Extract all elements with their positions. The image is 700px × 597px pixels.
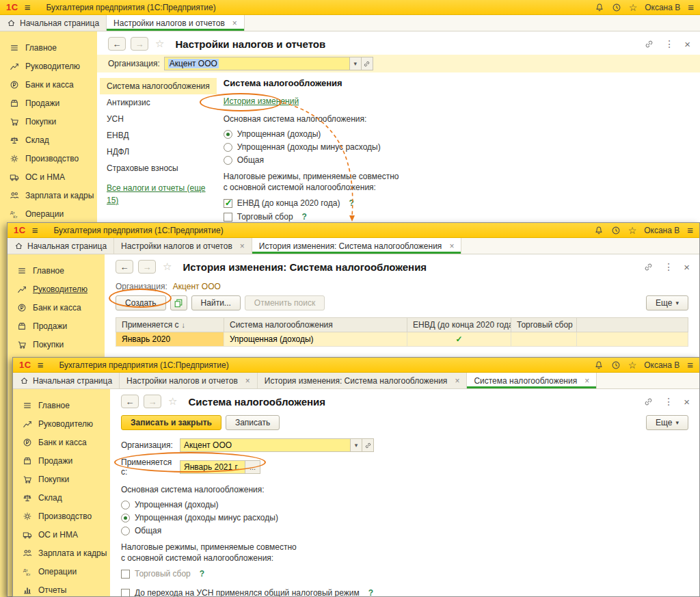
- get-link-icon[interactable]: [643, 397, 654, 407]
- tab-close-icon[interactable]: ×: [232, 18, 237, 28]
- tab-home[interactable]: Начальная страница: [0, 15, 107, 31]
- all-taxes-link[interactable]: Все налоги и отчеты (еще 15): [107, 183, 206, 205]
- main-menu-icon[interactable]: ≡: [38, 360, 44, 370]
- checkbox-general-before-usn[interactable]: [121, 589, 130, 597]
- more-button[interactable]: Еще▾: [646, 295, 688, 310]
- help-icon[interactable]: ?: [200, 569, 204, 579]
- favorite-star-icon[interactable]: ☆: [155, 38, 164, 50]
- favorite-star-icon[interactable]: ☆: [168, 395, 177, 408]
- get-link-icon[interactable]: [644, 39, 654, 49]
- more-actions-icon[interactable]: ⋮: [664, 396, 673, 407]
- tab-home[interactable]: Начальная страница: [8, 238, 114, 254]
- forward-button[interactable]: →: [138, 260, 156, 274]
- history-changes-link[interactable]: История изменений: [224, 96, 299, 106]
- radio-usn-income[interactable]: [224, 130, 232, 139]
- service-menu-icon[interactable]: ≡: [688, 2, 694, 12]
- tab-close-icon[interactable]: ×: [449, 241, 454, 251]
- close-form-icon[interactable]: ×: [684, 396, 690, 408]
- favorite-star-icon[interactable]: ☆: [163, 261, 172, 273]
- notifications-bell-icon[interactable]: [595, 3, 604, 12]
- history-clock-icon[interactable]: [611, 226, 621, 235]
- sidebar-item-purchases[interactable]: Покупки: [8, 335, 105, 354]
- main-menu-icon[interactable]: ≡: [25, 2, 31, 12]
- sidebar-item-production[interactable]: Производство: [0, 149, 97, 168]
- sidebar-item-salary-hr[interactable]: Зарплата и кадры: [13, 544, 110, 562]
- section-item-envd[interactable]: ЕНВД: [100, 127, 217, 144]
- close-form-icon[interactable]: ×: [684, 38, 690, 50]
- help-icon[interactable]: ?: [368, 588, 373, 597]
- help-icon[interactable]: ?: [302, 212, 307, 222]
- back-button[interactable]: ←: [116, 260, 133, 274]
- radio-general[interactable]: [224, 156, 232, 165]
- main-menu-icon[interactable]: ≡: [32, 225, 38, 235]
- sidebar-item-manager[interactable]: Руководителю: [0, 57, 97, 75]
- sidebar-item-os-nma[interactable]: ОС и НМА: [0, 168, 97, 186]
- applies-from-input[interactable]: Январь 2021 г.: [180, 460, 245, 474]
- sidebar-item-os-nma[interactable]: ОС и НМА: [13, 525, 110, 544]
- sidebar-item-main[interactable]: Главное: [0, 38, 97, 57]
- close-form-icon[interactable]: ×: [684, 261, 690, 273]
- find-button[interactable]: Найти...: [191, 295, 241, 310]
- radio-usn-income-expense[interactable]: [121, 514, 130, 522]
- sidebar-item-warehouse[interactable]: Склад: [13, 488, 110, 507]
- forward-button[interactable]: →: [144, 395, 161, 408]
- checkbox-envd[interactable]: [224, 199, 232, 208]
- open-organization-button[interactable]: [362, 57, 373, 70]
- col-header-trade-fee[interactable]: Торговый сбор: [511, 318, 577, 332]
- cancel-search-button[interactable]: Отменить поиск: [245, 295, 325, 310]
- current-user[interactable]: Оксана В: [644, 226, 679, 235]
- sidebar-item-operations[interactable]: Операции: [13, 562, 110, 581]
- radio-general[interactable]: [121, 527, 130, 535]
- get-link-icon[interactable]: [643, 262, 654, 272]
- organization-input[interactable]: Акцент ООО: [180, 438, 351, 452]
- sidebar-item-bank-cash[interactable]: Банк и касса: [13, 433, 110, 451]
- notifications-bell-icon[interactable]: [594, 360, 604, 370]
- sidebar-item-reports[interactable]: Отчеты: [13, 581, 110, 596]
- table-row[interactable]: Январь 2020 Упрощенная (доходы) ✓: [116, 332, 688, 347]
- favorites-star-icon[interactable]: ☆: [629, 2, 638, 13]
- back-button[interactable]: ←: [121, 395, 139, 408]
- tab-tax-system[interactable]: Система налогообложения ×: [467, 373, 597, 388]
- favorites-star-icon[interactable]: ☆: [628, 225, 637, 236]
- tab-home[interactable]: Начальная страница: [13, 373, 120, 388]
- sidebar-item-salary-hr[interactable]: Зарплата и кадры: [0, 186, 97, 204]
- col-header-tax-system[interactable]: Система налогообложения: [224, 318, 407, 332]
- service-menu-icon[interactable]: ≡: [687, 360, 693, 370]
- sidebar-item-manager[interactable]: Руководителю: [8, 280, 105, 298]
- section-item-ndfl[interactable]: НДФЛ: [100, 144, 217, 160]
- more-actions-icon[interactable]: ⋮: [664, 261, 673, 272]
- sidebar-item-manager[interactable]: Руководителю: [13, 414, 110, 433]
- favorites-star-icon[interactable]: ☆: [628, 360, 637, 371]
- save-and-close-button[interactable]: Записать и закрыть: [121, 415, 221, 430]
- create-copy-button[interactable]: [170, 295, 187, 310]
- choose-period-button[interactable]: ...: [245, 460, 260, 474]
- history-clock-icon[interactable]: [612, 3, 621, 12]
- col-header-applies-from[interactable]: Применяется с↓: [116, 318, 224, 332]
- checkbox-trade-fee[interactable]: [224, 213, 232, 222]
- tab-close-icon[interactable]: ×: [584, 376, 589, 386]
- sidebar-item-purchases[interactable]: Покупки: [0, 112, 97, 131]
- notifications-bell-icon[interactable]: [594, 226, 604, 235]
- tab-change-history[interactable]: История изменения: Система налогообложен…: [258, 373, 468, 388]
- sidebar-item-sales[interactable]: Продажи: [0, 94, 97, 112]
- open-organization-button[interactable]: [362, 438, 374, 452]
- section-item-usn[interactable]: УСН: [100, 111, 217, 127]
- organization-input[interactable]: Акцент ООО: [164, 57, 350, 70]
- sidebar-item-sales[interactable]: Продажи: [13, 451, 110, 470]
- dropdown-button[interactable]: ▾: [351, 438, 362, 452]
- help-icon[interactable]: ?: [349, 198, 353, 208]
- tab-tax-settings[interactable]: Настройки налогов и отчетов ×: [114, 238, 252, 254]
- service-menu-icon[interactable]: ≡: [687, 225, 693, 235]
- radio-usn-income[interactable]: [121, 501, 130, 509]
- section-item-insurance[interactable]: Страховые взносы: [100, 160, 217, 176]
- sidebar-item-warehouse[interactable]: Склад: [0, 131, 97, 149]
- save-button[interactable]: Записать: [226, 415, 280, 430]
- section-item-tax-system[interactable]: Система налогообложения: [100, 78, 217, 94]
- tab-tax-settings[interactable]: Настройки налогов и отчетов ×: [107, 15, 245, 31]
- create-button[interactable]: Создать: [116, 295, 166, 310]
- forward-button[interactable]: →: [131, 37, 148, 51]
- sidebar-item-bank-cash[interactable]: Банк и касса: [0, 75, 97, 94]
- sidebar-item-bank-cash[interactable]: Банк и касса: [8, 298, 105, 317]
- tab-close-icon[interactable]: ×: [455, 376, 459, 386]
- history-clock-icon[interactable]: [611, 360, 621, 370]
